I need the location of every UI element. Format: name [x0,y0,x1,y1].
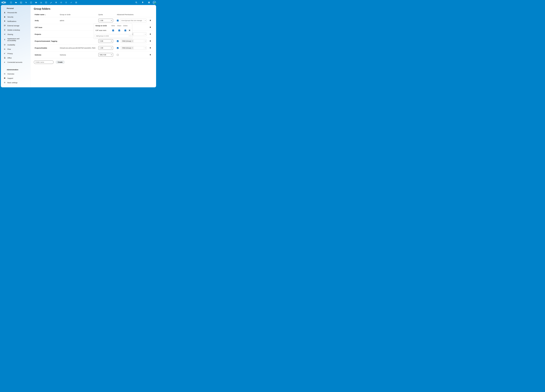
svg-rect-25 [76,2,76,3]
popup-entry-name: CAT scan room [95,30,110,31]
sidebar-item-personal-info[interactable]: Personal info [1,10,31,15]
notes-icon[interactable] [49,0,54,5]
chevron-down-icon [144,19,146,22]
delete-icon[interactable] [149,20,151,22]
quota-select[interactable]: 1 GB▼ [98,46,113,50]
clock-icon [4,44,6,46]
folder-name[interactable]: Subrana [34,51,59,58]
featured-icon[interactable] [59,0,64,5]
delete-icon[interactable] [149,47,151,49]
advanced-checkbox[interactable] [117,54,119,56]
table-row: Projects/HubbleO9JwtCx4LretHvuwUJ8VWFPMY… [34,45,153,51]
talk-icon[interactable] [29,0,34,5]
dashboard-icon[interactable] [8,0,13,5]
sidebar-item-availability[interactable]: Availability [1,42,31,47]
advanced-checkbox[interactable] [117,40,119,42]
sidebar-section-personal: Personal [1,6,31,10]
folder-name[interactable]: CAT Scan [34,24,59,31]
svg-point-46 [5,39,5,39]
advanced-checkbox[interactable] [117,20,119,21]
popup-write-checkbox[interactable] [112,30,114,31]
contacts-menu-icon[interactable] [147,0,152,5]
mail-icon[interactable] [34,0,39,5]
col-folder-name[interactable]: Folder name▲ [34,12,59,17]
deck-icon[interactable] [54,0,59,5]
quota-select[interactable]: 5 GB▼ [98,39,113,43]
create-button[interactable]: Create [56,60,65,64]
quota-value: 5 GB [100,40,103,42]
manager-select[interactable]: Users/groups that can manage [120,19,147,22]
manager-select[interactable]: PMO (Group)× [120,46,147,50]
activity-icon[interactable] [24,0,29,5]
sidebar-item-notifications[interactable]: Notifications [1,19,31,24]
search-icon[interactable] [134,0,139,5]
delete-icon[interactable] [149,34,151,35]
sidebar-item-appearance-and-accessibility[interactable]: Appearance and accessibility [1,36,31,42]
popup-add-group-input[interactable] [96,35,128,37]
tasks-check-icon[interactable] [69,0,74,5]
delete-icon[interactable] [149,27,151,29]
notifications-icon[interactable] [140,0,145,5]
svg-rect-21 [75,2,76,2]
logo[interactable] [1,1,8,4]
svg-point-3 [10,2,12,3]
group-cell[interactable]: O9JwtCx4LretHvuwUJ8VWFPMYwAoW35, PMO [59,45,98,51]
folder-name[interactable]: Projects/Hubble [34,45,59,51]
sidebar-item-basic-settings[interactable]: Basic settings [1,80,31,85]
chip-remove-icon[interactable]: × [132,40,133,42]
lock-icon [4,16,6,18]
new-folder-input[interactable] [34,60,54,64]
popup-delete-checkbox[interactable] [124,30,126,31]
sidebar-item-flow[interactable]: Flow [1,47,31,51]
sidebar-item-security[interactable]: Security [1,15,31,19]
sidebar-item-office[interactable]: Office [1,56,31,60]
group-cell[interactable] [59,31,98,38]
gear-icon [4,82,6,84]
calendar-icon[interactable] [43,0,49,5]
svg-rect-38 [4,17,5,18]
quota-value: 1 GB [100,20,103,21]
popup-share-checkbox[interactable] [118,30,120,31]
sidebar-item-label: Basic settings [7,82,18,84]
popup-remove-icon[interactable]: ✕ [128,29,130,32]
sidebar-item-sharing[interactable]: Sharing [1,32,31,36]
grid-icon[interactable] [74,0,79,5]
group-cell[interactable]: admin [59,17,98,24]
user-avatar[interactable] [153,1,156,4]
sidebar-item-label: Mobile & desktop [7,29,20,31]
sidebar-item-external-storage[interactable]: External storage [1,24,31,28]
group-cell[interactable]: Subrana [59,51,98,58]
advanced-checkbox[interactable] [117,47,119,49]
col-quota[interactable]: Quota [98,12,116,17]
group-cell[interactable] [59,38,98,45]
delete-icon[interactable] [149,54,151,56]
manager-select[interactable]: PMO (Group)× [120,39,147,43]
sidebar: Personal Personal infoSecurityNotificati… [1,5,31,87]
photos-icon[interactable] [19,0,24,5]
sidebar-item-connected-accounts[interactable]: Connected accounts [1,60,31,64]
sidebar-item-support[interactable]: Support [1,76,31,80]
quota-select[interactable]: 1 GB▼ [98,19,113,22]
sidebar-item-overview[interactable]: Overview [1,72,31,76]
group-cell[interactable] [59,24,98,31]
sidebar-item-label: Personal info [7,12,17,13]
quota-select[interactable]: 536,9 GB▼ [98,53,113,57]
col-advanced[interactable]: Advanced Permissions [116,12,149,17]
svg-point-30 [136,2,137,3]
share-icon [4,33,6,35]
popup-add-group-select[interactable] [95,34,131,38]
col-group[interactable]: Group or circle [59,12,98,17]
svg-rect-13 [56,2,57,3]
tasks-list-icon[interactable] [64,0,69,5]
contacts-icon[interactable] [39,0,43,5]
folder-name[interactable]: Projects [34,31,59,38]
sidebar-item-mobile-desktop[interactable]: Mobile & desktop [1,28,31,32]
sidebar-item-privacy[interactable]: Privacy [1,51,31,56]
delete-icon[interactable] [149,40,151,42]
folder-name[interactable]: Andy [34,17,59,24]
bell-icon [4,20,6,22]
chip-remove-icon[interactable]: × [132,47,133,49]
files-icon[interactable] [13,0,19,5]
quota-value: 1 GB [100,47,103,49]
folder-name[interactable]: Projects/Automated_Tagging [34,38,59,45]
